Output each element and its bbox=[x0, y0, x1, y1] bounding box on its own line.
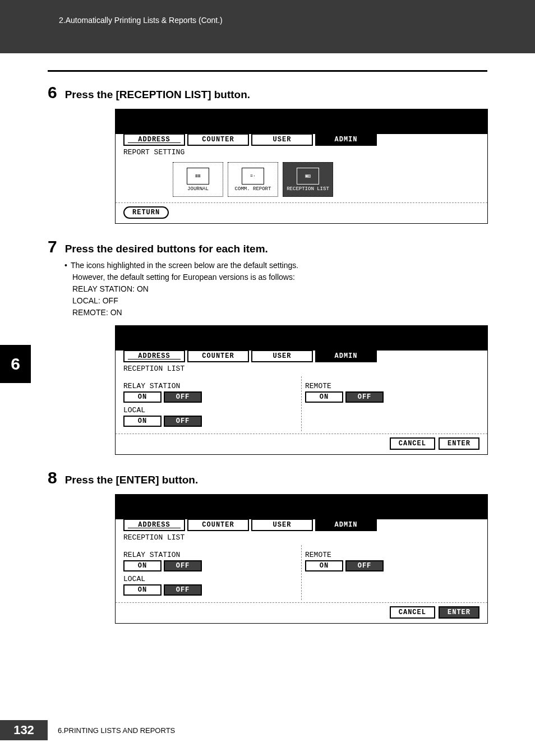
step-7-notes: • The icons highlighted in the screen be… bbox=[64, 260, 487, 319]
tab-row: ADDRESS COUNTER USER ADMIN bbox=[123, 519, 479, 531]
reception-list-label: RECEPTION LIST bbox=[287, 186, 329, 192]
local-off-button[interactable]: OFF bbox=[164, 584, 202, 596]
note-text: LOCAL: OFF bbox=[72, 295, 487, 307]
device-screenshot-reception-list-enter: ADDRESS COUNTER USER ADMIN RECEPTION LIS… bbox=[115, 494, 488, 624]
screen-section-label: RECEPTION LIST bbox=[123, 365, 479, 373]
tab-admin[interactable]: ADMIN bbox=[315, 519, 377, 531]
comm-report-label: COMM. REPORT bbox=[235, 186, 271, 192]
tab-admin[interactable]: ADMIN bbox=[315, 350, 377, 362]
device-screenshot-reception-list-defaults: ADDRESS COUNTER USER ADMIN RECEPTION LIS… bbox=[115, 325, 488, 455]
step-8-header: 8 Press the [ENTER] button. bbox=[48, 468, 487, 487]
step-title: Press the [RECEPTION LIST] button. bbox=[65, 89, 250, 101]
chapter-side-tab: 6 bbox=[0, 345, 31, 383]
step-title: Press the [ENTER] button. bbox=[65, 474, 199, 486]
tab-user[interactable]: USER bbox=[251, 519, 313, 531]
enter-button[interactable]: ENTER bbox=[439, 606, 479, 619]
step-7-header: 7 Press the desired buttons for each ite… bbox=[48, 237, 487, 256]
relay-station-off-button[interactable]: OFF bbox=[164, 560, 202, 571]
relay-station-on-button[interactable]: ON bbox=[123, 391, 162, 403]
journal-button[interactable]: ≣≣ JOURNAL bbox=[173, 162, 223, 197]
device-screenshot-report-setting: ADDRESS COUNTER USER ADMIN REPORT SETTIN… bbox=[115, 109, 488, 224]
tab-row: ADDRESS COUNTER USER ADMIN bbox=[123, 350, 479, 362]
tab-address[interactable]: ADDRESS bbox=[123, 133, 185, 146]
remote-off-button[interactable]: OFF bbox=[345, 560, 384, 571]
note-text: RELAY STATION: ON bbox=[72, 283, 487, 295]
step-number: 8 bbox=[48, 468, 57, 487]
enter-button[interactable]: ENTER bbox=[439, 437, 479, 450]
page-footer: 132 6.PRINTING LISTS AND REPORTS bbox=[0, 720, 535, 740]
step-6-header: 6 Press the [RECEPTION LIST] button. bbox=[48, 83, 487, 102]
reception-list-icon: ▣▤ bbox=[297, 168, 319, 185]
tab-admin[interactable]: ADMIN bbox=[315, 133, 377, 146]
note-text: The icons highlighted in the screen belo… bbox=[71, 260, 298, 271]
note-text: However, the default setting for Europea… bbox=[72, 271, 487, 283]
tab-counter[interactable]: COUNTER bbox=[187, 350, 249, 362]
relay-station-on-button[interactable]: ON bbox=[123, 560, 162, 571]
step-title: Press the desired buttons for each item. bbox=[65, 243, 268, 255]
cancel-button[interactable]: CANCEL bbox=[390, 606, 435, 619]
screen-status-bar bbox=[116, 109, 487, 134]
return-button[interactable]: RETURN bbox=[123, 206, 169, 219]
local-label: LOCAL bbox=[123, 406, 296, 414]
column-divider bbox=[301, 545, 302, 600]
screen-section-label: REPORT SETTING bbox=[123, 148, 479, 156]
local-label: LOCAL bbox=[123, 575, 296, 583]
relay-station-off-button[interactable]: OFF bbox=[164, 391, 202, 403]
tab-counter[interactable]: COUNTER bbox=[187, 519, 249, 531]
screen-status-bar bbox=[116, 495, 487, 519]
remote-on-button[interactable]: ON bbox=[305, 391, 343, 403]
remote-off-button[interactable]: OFF bbox=[345, 391, 384, 403]
dashed-divider bbox=[116, 602, 487, 603]
comm-report-icon: ≡· bbox=[242, 168, 264, 185]
divider bbox=[48, 70, 487, 72]
page-number-badge: 132 bbox=[0, 720, 48, 740]
tab-counter[interactable]: COUNTER bbox=[187, 133, 249, 146]
dashed-divider bbox=[116, 202, 487, 203]
step-number: 6 bbox=[48, 83, 57, 102]
reception-list-button[interactable]: ▣▤ RECEPTION LIST bbox=[283, 162, 333, 197]
comm-report-button[interactable]: ≡· COMM. REPORT bbox=[228, 162, 278, 197]
breadcrumb: 2.Automatically Printing Lists & Reports… bbox=[59, 16, 223, 25]
tab-user[interactable]: USER bbox=[251, 133, 313, 146]
journal-label: JOURNAL bbox=[187, 186, 209, 192]
remote-on-button[interactable]: ON bbox=[305, 560, 343, 571]
footer-chapter-text: 6.PRINTING LISTS AND REPORTS bbox=[58, 726, 175, 735]
relay-station-label: RELAY STATION bbox=[123, 551, 296, 559]
local-on-button[interactable]: ON bbox=[123, 416, 162, 427]
remote-label: REMOTE bbox=[305, 551, 477, 559]
note-text: REMOTE: ON bbox=[72, 307, 487, 319]
tab-address[interactable]: ADDRESS bbox=[123, 519, 185, 531]
tab-row: ADDRESS COUNTER USER ADMIN bbox=[123, 133, 479, 146]
tab-user[interactable]: USER bbox=[251, 350, 313, 362]
relay-station-label: RELAY STATION bbox=[123, 382, 296, 390]
local-on-button[interactable]: ON bbox=[123, 584, 162, 596]
tab-address[interactable]: ADDRESS bbox=[123, 350, 185, 362]
step-number: 7 bbox=[48, 237, 57, 256]
screen-section-label: RECEPTION LIST bbox=[123, 533, 479, 542]
header-band: 2.Automatically Printing Lists & Reports… bbox=[0, 0, 535, 53]
local-off-button[interactable]: OFF bbox=[164, 416, 202, 427]
bullet-icon: • bbox=[64, 260, 67, 271]
remote-label: REMOTE bbox=[305, 382, 477, 390]
column-divider bbox=[301, 376, 302, 431]
journal-icon: ≣≣ bbox=[187, 168, 209, 185]
cancel-button[interactable]: CANCEL bbox=[390, 437, 435, 450]
screen-status-bar bbox=[116, 326, 487, 351]
dashed-divider bbox=[116, 434, 487, 434]
